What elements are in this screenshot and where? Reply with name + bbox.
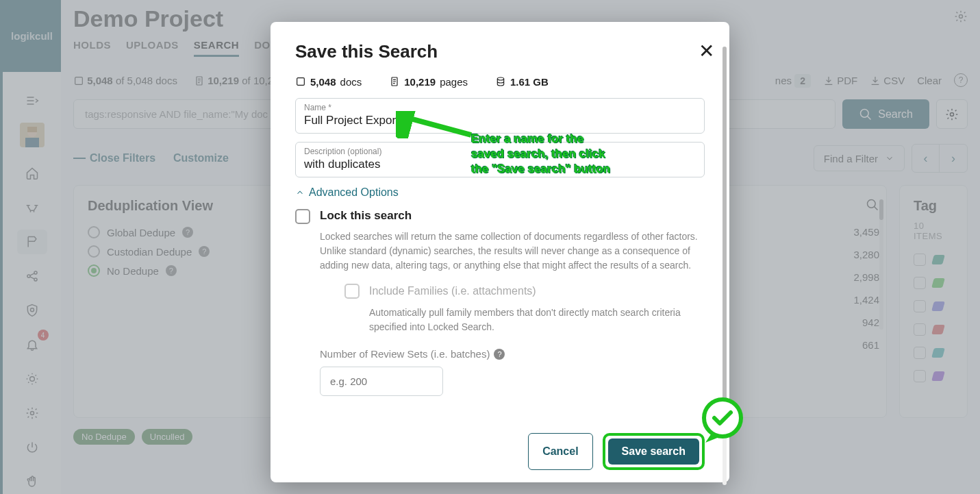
families-help: Automatically pull family members that d… <box>369 306 705 334</box>
families-checkbox <box>344 284 360 299</box>
description-field[interactable]: Description (optional) <box>295 142 705 177</box>
description-label: Description (optional) <box>304 147 696 156</box>
reviewsets-input[interactable] <box>320 367 443 396</box>
save-highlight: Save search <box>603 433 705 470</box>
lock-checkbox[interactable] <box>295 209 310 224</box>
advanced-options-toggle[interactable]: Advanced Options <box>295 186 705 199</box>
dialog-title: Save this Search <box>295 41 705 62</box>
name-input[interactable] <box>304 112 696 127</box>
reviewsets-label: Number of Review Sets (i.e. batches)? <box>320 348 705 360</box>
save-search-button[interactable]: Save search <box>608 439 699 465</box>
families-label: Include Families (i.e. attachments) <box>369 285 536 297</box>
save-search-dialog: ✕ Save this Search 5,048docs 10,219pages… <box>271 22 729 482</box>
lock-title: Lock this search <box>320 209 705 223</box>
name-field[interactable]: Name * <box>295 98 705 134</box>
help-icon[interactable]: ? <box>494 349 505 360</box>
cancel-button[interactable]: Cancel <box>528 433 592 470</box>
close-icon[interactable]: ✕ <box>699 40 714 62</box>
dialog-stats: 5,048docs 10,219pages 1.61 GB <box>295 75 705 88</box>
description-input[interactable] <box>304 156 696 171</box>
lock-help: Locked searches will return the same col… <box>320 230 705 273</box>
name-label: Name * <box>304 103 696 112</box>
dialog-scrollbar[interactable] <box>723 47 727 485</box>
svg-rect-16 <box>297 78 305 86</box>
svg-point-18 <box>497 77 503 80</box>
